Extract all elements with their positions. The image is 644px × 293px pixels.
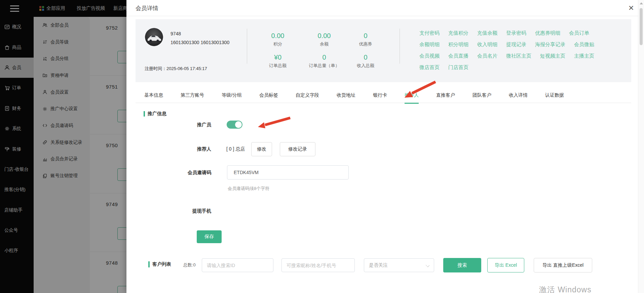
modify-log-button[interactable]: 修改记录: [280, 142, 315, 156]
tab-referrer[interactable]: 推荐人: [405, 92, 419, 104]
scrollbar-thumb[interactable]: [640, 8, 643, 45]
scroll-up-icon[interactable]: [640, 2, 643, 4]
promoter-toggle[interactable]: [227, 121, 242, 129]
member-summary-card: 9748 16013001300 16013001300 注册时间：2025-0…: [136, 19, 631, 82]
close-icon[interactable]: ✕: [628, 3, 634, 13]
windows-activation-watermark: 激活 Windows: [539, 285, 592, 293]
chevron-down-icon: [426, 263, 429, 267]
save-button[interactable]: 保存: [197, 230, 222, 243]
quick-links: 支付密码 充值积分 充值余额 登录密码 优惠券明细 会员订单 余额明细 积分明细…: [419, 27, 594, 73]
quick-link[interactable]: 余额明细: [419, 39, 440, 50]
divider: [247, 29, 247, 64]
withdraw-phone-label: 提现手机: [157, 208, 211, 214]
quick-link[interactable]: 充值积分: [448, 27, 468, 39]
tabs: 基本信息 第三方账号 等级/分组 会员标签 自定义字段 收货地址 银行卡 推荐人…: [144, 92, 564, 104]
stat-points: 0.00 积分: [256, 32, 300, 47]
referrer-value: [ 0 ] 总店: [226, 146, 245, 152]
customers-total: 总数:0: [183, 262, 196, 268]
avatar: [145, 28, 163, 46]
quick-link[interactable]: 收入明细: [477, 39, 497, 50]
tab-direct-customers[interactable]: 直推客户: [436, 92, 455, 104]
quick-link[interactable]: 微店首页: [419, 62, 440, 73]
quick-link[interactable]: 登录密码: [506, 27, 526, 39]
quick-link[interactable]: 会员直播: [448, 50, 468, 62]
invite-code-input[interactable]: [227, 165, 349, 180]
quick-link[interactable]: 海报分享记录: [535, 39, 565, 50]
quick-link[interactable]: 积分明细: [448, 39, 468, 50]
quick-link[interactable]: 优惠券明细: [535, 27, 560, 39]
tab-team-customers[interactable]: 团队客户: [472, 92, 491, 104]
section-title: 客户列表: [152, 261, 171, 267]
section-bar: [148, 261, 150, 267]
export-excel-button[interactable]: 导出 Excel: [487, 258, 524, 272]
search-button[interactable]: 搜索: [443, 258, 481, 272]
quick-link[interactable]: 会员微贴: [574, 39, 594, 50]
scrollbar[interactable]: [638, 0, 644, 293]
promo-section-header: 推广信息: [144, 111, 166, 117]
section-bar: [144, 111, 145, 117]
stat-coupons: 0 优惠券: [344, 32, 387, 47]
app-root: 全部应用 投放广告视频 新店商 概况 商品 会员 订单: [0, 0, 644, 293]
tab-basic-info[interactable]: 基本信息: [144, 92, 163, 104]
quick-link[interactable]: 微社区主页: [506, 50, 531, 62]
stat-income: 0 收入总额: [344, 54, 387, 69]
tab-shipping-address[interactable]: 收货地址: [337, 92, 355, 104]
toggle-knob: [235, 121, 242, 128]
tab-custom-fields[interactable]: 自定义字段: [296, 92, 319, 104]
quick-link[interactable]: 会员订单: [569, 27, 589, 39]
register-time-value: 2025-06-05 17:45:17: [166, 66, 207, 71]
arrow-to-promoter-toggle: [258, 118, 290, 128]
quick-link[interactable]: 提现记录: [506, 39, 526, 50]
divider: [400, 29, 400, 64]
quick-link[interactable]: 主播主页: [574, 50, 594, 62]
register-time-label: 注册时间：: [145, 66, 166, 71]
search-id-input[interactable]: [202, 258, 273, 272]
modify-button[interactable]: 修改: [251, 142, 272, 156]
modal-title: 会员详情: [136, 4, 158, 12]
tab-bank-card[interactable]: 银行卡: [373, 92, 387, 104]
quick-link[interactable]: 短视频主页: [540, 50, 565, 62]
stat-order-amount: ¥0 订单总额: [256, 54, 300, 69]
tab-income-detail[interactable]: 收入详情: [509, 92, 528, 104]
quick-link[interactable]: 充值余额: [477, 27, 497, 39]
tab-level-group[interactable]: 等级/分组: [222, 92, 242, 104]
tab-third-party[interactable]: 第三方账号: [181, 92, 204, 104]
quick-link[interactable]: 门店首页: [448, 62, 468, 73]
invite-code-hint: 会员邀请码须8个字符: [228, 186, 269, 192]
follow-select[interactable]: 是否关注: [364, 258, 434, 272]
quick-link[interactable]: 会员名片: [477, 50, 497, 62]
member-phone: 16013001300 16013001300: [171, 40, 229, 45]
member-detail-modal: 会员详情 ✕ 9748 16013001300 16013001300 注册时间…: [126, 0, 644, 293]
stat-balance: 0.00 余额: [302, 32, 346, 47]
section-title: 推广信息: [148, 111, 166, 117]
car-avatar-icon: [145, 28, 163, 46]
customers-section-header: 客户列表: [148, 261, 171, 267]
promoter-label: 推广员: [157, 122, 211, 128]
tab-auth-data[interactable]: 认证数据: [545, 92, 564, 104]
referrer-label: 推荐人: [157, 146, 211, 152]
member-id: 9748: [171, 31, 181, 36]
search-name-input[interactable]: [281, 258, 355, 272]
register-time: 注册时间：2025-06-05 17:45:17: [145, 66, 207, 72]
stat-order-count: 0 订单总量（单）: [302, 54, 346, 69]
quick-link[interactable]: 会员视频: [419, 50, 440, 62]
tab-member-tags[interactable]: 会员标签: [259, 92, 278, 104]
follow-select-value: 是否关注: [369, 262, 388, 268]
invite-code-label: 会员邀请码: [157, 170, 211, 176]
modal-header: 会员详情 ✕: [126, 0, 644, 16]
quick-link[interactable]: 支付密码: [419, 27, 440, 39]
export-parent-excel-button[interactable]: 导出 直推上级Excel: [534, 258, 592, 272]
